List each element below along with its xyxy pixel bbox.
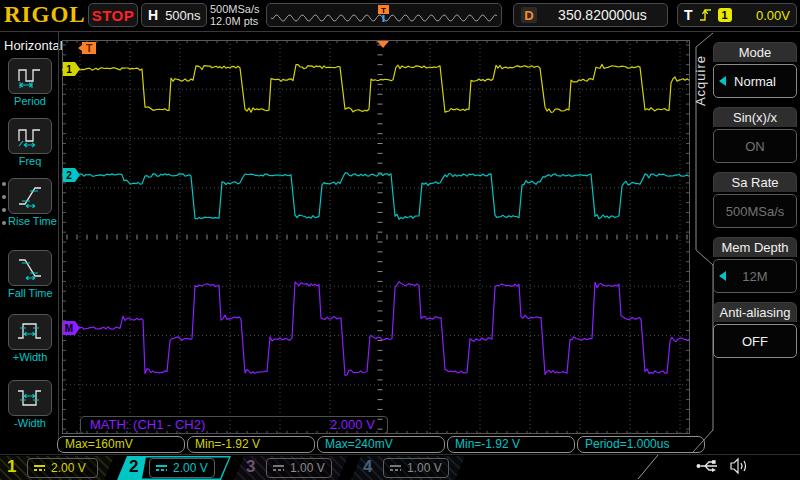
channel-status-bar: 1 2.00 V 2 2.00 V 3 1.00 V 4 1.00 V: [0, 454, 800, 480]
svg-text:M: M: [65, 323, 73, 334]
channel-3-scale: 1.00 V: [290, 461, 325, 475]
freq-icon: [15, 123, 45, 149]
trigger-slope-icon: [698, 7, 713, 23]
channel-3-number: 3: [246, 457, 255, 477]
sidebar-item-nwidth[interactable]: -Width: [8, 380, 52, 429]
waveform-display: T 12M: [62, 40, 690, 434]
left-arrow-icon: [719, 76, 726, 86]
channel-1-number: 1: [7, 457, 16, 477]
sidebar-item-rise-time[interactable]: Rise Time: [8, 178, 52, 227]
top-status-bar: RIGOL STOP H 500ns 500MSa/s 12.0M pts T …: [0, 0, 800, 31]
usb-icon: [695, 457, 721, 475]
menu-label-mode: Mode: [713, 42, 797, 62]
delay-label: D: [521, 7, 537, 23]
menu-group-mode: Mode Normal: [713, 42, 797, 98]
dc-coupling-icon: [389, 464, 402, 473]
svg-text:2: 2: [66, 170, 72, 181]
math-expression: MATH: (CH1 - CH2): [90, 417, 205, 432]
menu-group-mem-depth: Mem Depth 12M: [713, 237, 797, 293]
trigger-label: T: [684, 7, 693, 23]
channel-1-scale: 2.00 V: [51, 461, 86, 475]
menu-value-sa-rate[interactable]: 500MSa/s: [713, 194, 797, 228]
measurement-ch2-min: Min=-1.92 V: [447, 436, 575, 453]
preview-wave-icon: T: [267, 4, 501, 26]
sample-rate: 500MSa/s: [210, 3, 260, 15]
horizontal-measure-sidebar: Horizontal Period Freq Rise Time Fall Ti…: [0, 32, 58, 452]
dc-coupling-icon: [33, 464, 46, 473]
rise-time-icon: [15, 183, 45, 209]
channel-2-scale: 2.00 V: [173, 461, 208, 475]
menu-group-anti-aliasing: Anti-aliasing OFF: [713, 302, 797, 358]
rigol-logo: RIGOL: [4, 2, 86, 28]
sample-rate-readout: 500MSa/s 12.0M pts: [210, 3, 260, 27]
channel-4-scale: 1.00 V: [407, 461, 442, 475]
menu-value-anti-aliasing[interactable]: OFF: [713, 324, 797, 358]
trigger-delay-box: D 350.820000us: [513, 3, 668, 27]
menu-tab-acquire: Acquire: [693, 55, 708, 106]
measurement-ch2-max: Max=240mV: [317, 436, 445, 453]
waveform-preview-strip[interactable]: T: [266, 3, 502, 27]
delay-value: 350.820000us: [545, 7, 660, 23]
memory-points: 12.0M pts: [210, 15, 260, 27]
menu-label-sa-rate: Sa Rate: [713, 172, 797, 192]
menu-label-sinx: Sin(x)/x: [713, 107, 797, 127]
math-scale: 2.000 V: [330, 417, 375, 432]
bottombar-divider: [630, 455, 670, 479]
sidebar-item-freq[interactable]: Freq: [8, 118, 52, 167]
channel-2-number: 2: [129, 457, 138, 477]
sidebar-item-fall-time[interactable]: Fall Time: [8, 250, 52, 299]
svg-text:T: T: [86, 42, 93, 54]
h-label: H: [148, 7, 158, 23]
svg-text:1: 1: [66, 64, 72, 75]
trigger-level-value: 0.00V: [737, 8, 790, 23]
channel-1-value-box: 2.00 V: [27, 458, 98, 478]
channel-4-number: 4: [363, 457, 372, 477]
channel-3-value-box: 1.00 V: [266, 458, 332, 478]
channel-4-value-box: 1.00 V: [383, 458, 449, 478]
measurement-period: Period=1.000us: [577, 436, 705, 453]
sidebar-scroll-dots: [2, 182, 6, 225]
left-arrow-icon: [719, 271, 726, 281]
nwidth-icon: [15, 385, 45, 411]
channel-3-block[interactable]: 3 1.00 V: [234, 456, 348, 480]
sidebar-divider: [58, 32, 59, 452]
sidebar-title: Horizontal: [4, 38, 63, 53]
period-icon: [15, 63, 45, 89]
channel-2-value-box: 2.00 V: [149, 458, 215, 478]
menu-group-sa-rate: Sa Rate 500MSa/s: [713, 172, 797, 228]
channel-4-block[interactable]: 4 1.00 V: [351, 456, 465, 480]
menu-label-mem-depth: Mem Depth: [713, 237, 797, 257]
svg-text:T: T: [381, 6, 386, 15]
channel-2-block[interactable]: 2 2.00 V: [117, 456, 231, 480]
dc-coupling-icon: [272, 464, 285, 473]
menu-value-sinx[interactable]: ON: [713, 129, 797, 163]
measurement-ch1-max: Max=160mV: [57, 436, 185, 453]
menu-value-mem-depth[interactable]: 12M: [713, 259, 797, 293]
menu-label-anti-aliasing: Anti-aliasing: [713, 302, 797, 322]
menu-group-sinx: Sin(x)/x ON: [713, 107, 797, 163]
menu-value-mode[interactable]: Normal: [713, 64, 797, 98]
topbar-divider: [0, 31, 800, 32]
sidebar-item-pwidth[interactable]: +Width: [8, 314, 52, 363]
h-scale-value: 500ns: [165, 8, 200, 23]
trigger-status-box: T 1 0.00V: [677, 3, 797, 27]
sidebar-item-period[interactable]: Period: [8, 58, 52, 107]
pwidth-icon: [15, 319, 45, 345]
run-state-button[interactable]: STOP: [88, 3, 138, 27]
channel-1-block[interactable]: 1 2.00 V: [0, 456, 114, 480]
trigger-source-badge: 1: [718, 8, 732, 22]
measurement-ch1-min: Min=-1.92 V: [187, 436, 315, 453]
horizontal-scale-box[interactable]: H 500ns: [141, 3, 207, 27]
fall-time-icon: [15, 255, 45, 281]
sound-icon: [729, 457, 749, 475]
dc-coupling-icon: [155, 464, 168, 473]
status-icons: [695, 457, 749, 475]
